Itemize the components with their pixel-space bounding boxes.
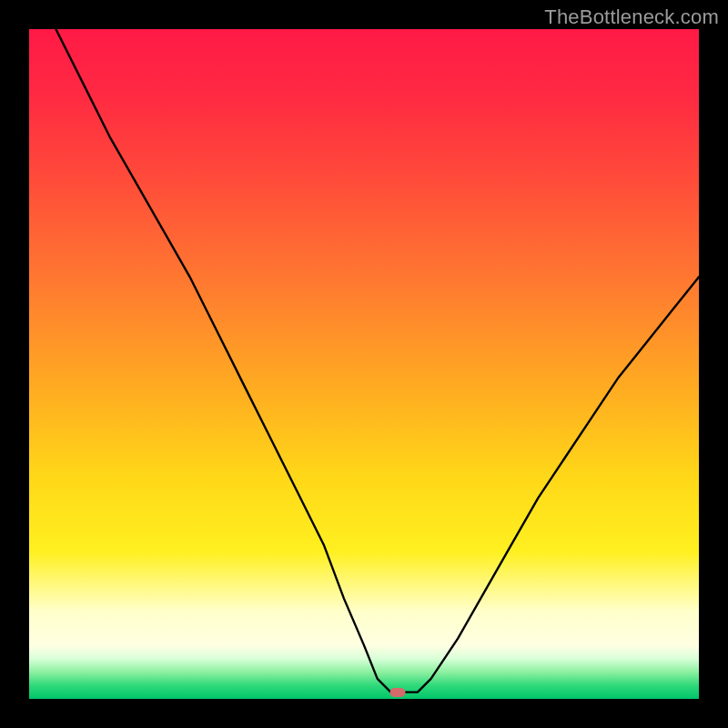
watermark-text: TheBottleneck.com <box>544 5 719 29</box>
curve-path <box>56 29 699 693</box>
chart-frame: TheBottleneck.com <box>0 0 728 728</box>
optimal-point-marker <box>389 688 405 697</box>
bottleneck-curve <box>29 29 699 699</box>
plot-area <box>29 29 699 699</box>
